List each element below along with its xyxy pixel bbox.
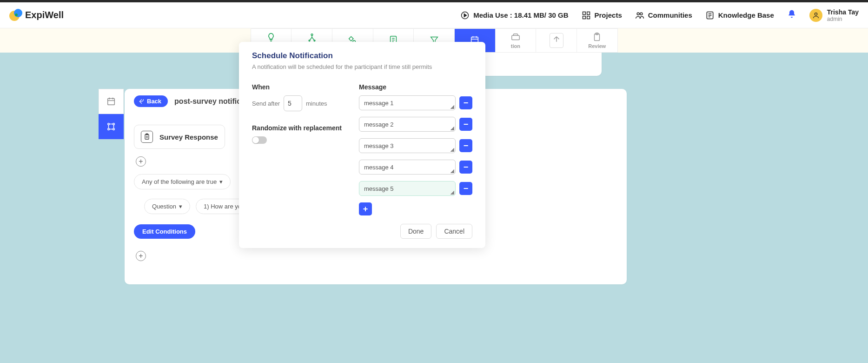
- card-title: post-survey notificat: [174, 97, 247, 106]
- message-input-5[interactable]: message 5: [359, 181, 456, 196]
- send-after-row: Send after minutes: [252, 95, 350, 111]
- user-menu[interactable]: Trisha Tay admin: [809, 8, 859, 22]
- svg-rect-4: [587, 16, 590, 19]
- remove-message-button-3[interactable]: −: [459, 139, 472, 152]
- modal-body: When Send after minutes Randomize with r…: [252, 83, 472, 215]
- tab-review[interactable]: Review: [577, 29, 617, 52]
- message-input-3[interactable]: message 3: [359, 138, 456, 153]
- tab-distribution[interactable]: tion: [496, 29, 537, 52]
- cancel-button[interactable]: Cancel: [436, 224, 472, 239]
- nav-knowledge[interactable]: Knowledge Base: [705, 11, 774, 20]
- when-label: When: [252, 83, 350, 91]
- message-input-1[interactable]: message 1: [359, 95, 456, 110]
- randomize-toggle[interactable]: [252, 136, 267, 144]
- brand-name: ExpiWell: [25, 10, 64, 20]
- chevron-down-icon: ▾: [219, 178, 223, 185]
- message-row-5: message 5 −: [359, 181, 472, 196]
- svg-point-15: [350, 37, 353, 40]
- modal-right-col: Message message 1 − message 2 − message …: [359, 83, 472, 215]
- media-use-text: Media Use : 18.41 MB/ 30 GB: [473, 11, 568, 19]
- message-row-1: message 1 −: [359, 95, 472, 110]
- schedule-notification-modal: Schedule Notification A notification wil…: [239, 42, 485, 248]
- svg-rect-3: [583, 16, 585, 19]
- message-row-3: message 3 −: [359, 138, 472, 153]
- svg-point-5: [637, 13, 639, 15]
- svg-point-14: [314, 40, 315, 41]
- user-name: Trisha Tay: [827, 8, 859, 16]
- remove-message-button-4[interactable]: −: [459, 161, 472, 174]
- logo-mark: [9, 9, 22, 22]
- message-label: Message: [359, 83, 472, 91]
- svg-point-12: [311, 34, 313, 36]
- user-role: admin: [827, 16, 859, 22]
- play-icon: [460, 11, 470, 20]
- svg-point-6: [640, 13, 643, 15]
- svg-rect-1: [583, 12, 585, 14]
- brand-logo[interactable]: ExpiWell: [9, 9, 64, 22]
- svg-rect-28: [108, 99, 115, 105]
- modal-footer: Done Cancel: [252, 224, 472, 239]
- send-prefix: Send after: [252, 100, 280, 107]
- send-after-input[interactable]: [284, 95, 302, 111]
- add-message-button[interactable]: +: [359, 202, 372, 215]
- chevron-down-icon: ▾: [179, 203, 182, 210]
- add-step-button-1[interactable]: +: [136, 156, 146, 167]
- app-header: ExpiWell Media Use : 18.41 MB/ 30 GB Pro…: [0, 2, 868, 28]
- edit-conditions-button[interactable]: Edit Conditions: [134, 224, 195, 239]
- message-input-4[interactable]: message 4: [359, 160, 456, 175]
- grid-icon: [582, 11, 591, 20]
- svg-point-34: [108, 128, 110, 130]
- message-row-2: message 2 −: [359, 117, 472, 132]
- remove-message-button-1[interactable]: −: [459, 96, 472, 109]
- tab-label: Review: [588, 43, 606, 49]
- svg-point-13: [309, 40, 310, 41]
- remove-message-button-5[interactable]: −: [459, 182, 472, 195]
- svg-point-32: [108, 123, 110, 125]
- clipboard-icon: [141, 131, 153, 143]
- people-icon: [635, 11, 644, 20]
- done-button[interactable]: Done: [400, 224, 431, 239]
- side-tab-calendar[interactable]: [99, 89, 124, 114]
- nav-knowledge-label: Knowledge Base: [718, 11, 774, 19]
- tab-export[interactable]: [536, 29, 577, 52]
- svg-point-33: [113, 123, 115, 125]
- modal-left-col: When Send after minutes Randomize with r…: [252, 83, 350, 215]
- message-input-2[interactable]: message 2: [359, 117, 456, 132]
- page-icon: [705, 11, 715, 20]
- header-right: Media Use : 18.41 MB/ 30 GB Projects Com…: [460, 8, 859, 22]
- avatar: [809, 9, 822, 22]
- nav-projects-label: Projects: [595, 11, 622, 19]
- nav-communities[interactable]: Communities: [635, 11, 692, 20]
- media-use[interactable]: Media Use : 18.41 MB/ 30 GB: [460, 11, 568, 20]
- question-dropdown[interactable]: Question ▾: [144, 199, 190, 214]
- add-step-button-2[interactable]: +: [136, 251, 146, 261]
- svg-point-35: [113, 128, 115, 130]
- remove-message-button-2[interactable]: −: [459, 118, 472, 131]
- nav-projects[interactable]: Projects: [582, 11, 622, 20]
- question-label: Question: [152, 203, 176, 210]
- side-tab-flow[interactable]: [99, 114, 124, 139]
- back-label: Back: [147, 98, 161, 105]
- svg-rect-25: [512, 35, 520, 40]
- back-button[interactable]: Back: [134, 95, 168, 107]
- message-row-4: message 4 −: [359, 160, 472, 175]
- condition-any-of[interactable]: Any of the following are true ▾: [134, 174, 231, 189]
- nav-communities-label: Communities: [648, 11, 692, 19]
- side-tabs: [99, 89, 124, 139]
- randomize-label: Randomize with replacement: [252, 124, 350, 132]
- condition-any-label: Any of the following are true: [142, 178, 217, 185]
- send-suffix: minutes: [306, 100, 327, 107]
- svg-point-11: [815, 13, 817, 15]
- edit-conditions-label: Edit Conditions: [142, 228, 187, 235]
- svg-rect-2: [587, 12, 590, 14]
- modal-title: Schedule Notification: [252, 51, 472, 60]
- tab-label: tion: [511, 43, 520, 49]
- bell-icon[interactable]: [787, 9, 796, 21]
- survey-response-box: Survey Response: [134, 125, 225, 149]
- modal-subtitle: A notification will be scheduled for the…: [252, 63, 472, 70]
- survey-label: Survey Response: [159, 133, 218, 141]
